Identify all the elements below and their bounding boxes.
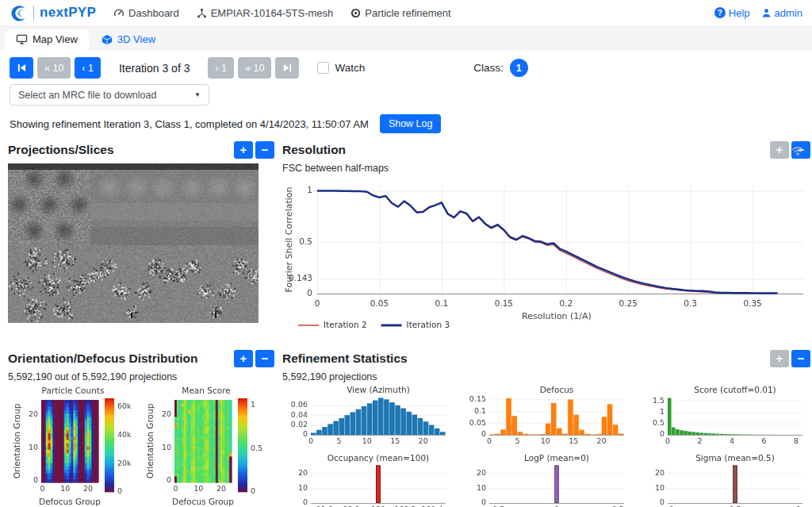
top-navbar: nextPYP Dashboard EMPIAR-10164-5TS-mesh …: [0, 0, 812, 26]
projections-montage-image: [8, 163, 259, 323]
brand-name: nextPYP: [40, 5, 96, 21]
mrc-file-select[interactable]: Select an MRC file to download ▼: [10, 84, 209, 106]
monitor-icon: [16, 34, 28, 44]
last-iteration-button[interactable]: [275, 57, 299, 79]
tab-3d-view[interactable]: 3D View: [90, 29, 167, 51]
class-label: Class:: [473, 62, 504, 74]
status-row: Showing refinement Iteration 3, Class 1,…: [0, 107, 812, 137]
first-iteration-button[interactable]: [10, 57, 33, 79]
help-icon: ?: [714, 7, 726, 18]
distribution-zoom-in-button[interactable]: +: [234, 350, 253, 367]
watch-label: Watch: [335, 62, 365, 74]
projections-panel: Projections/Slices + −: [8, 140, 274, 337]
defocus-histogram: [461, 386, 629, 451]
watch-checkbox[interactable]: [317, 62, 329, 74]
logp-histogram: [461, 454, 629, 507]
nav-dashboard[interactable]: Dashboard: [113, 7, 179, 19]
user-menu[interactable]: admin: [761, 7, 802, 19]
statistics-panel: Refinement Statistics + − 5,592,190 proj…: [282, 348, 810, 507]
mrc-select-row: Select an MRC file to download ▼: [0, 83, 812, 107]
distribution-title: Orientation/Defocus Distribution: [8, 351, 197, 366]
iteration-controls: « 10 ‹ 1 Iteration 3 of 3 › 1 » 10 Watch…: [0, 51, 812, 83]
projections-zoom-in-button[interactable]: +: [234, 141, 253, 159]
back-1-button[interactable]: ‹ 1: [75, 57, 101, 79]
block-icon: [350, 8, 361, 18]
sigma-histogram: [639, 454, 807, 507]
watch-control: Watch: [317, 62, 365, 74]
wifi-icon: [791, 146, 804, 156]
breadcrumb-nav: Dashboard EMPIAR-10164-5TS-mesh Particle…: [113, 7, 451, 19]
chevron-down-icon: ▼: [194, 91, 201, 98]
resolution-zoom-in-button[interactable]: +: [770, 141, 789, 159]
fsc-chart: [282, 175, 810, 337]
fsc-subtitle: FSC between half-maps: [282, 163, 810, 174]
cube-icon: [102, 34, 113, 45]
mean-score-heatmap: [144, 386, 268, 507]
nav-project[interactable]: EMPIAR-10164-5TS-mesh: [197, 7, 334, 19]
brand[interactable]: nextPYP: [10, 4, 96, 22]
resolution-panel: Resolution + − FSC between half-maps: [282, 140, 810, 337]
score-histogram: [639, 386, 807, 451]
skip-start-icon: [17, 63, 26, 72]
status-text: Showing refinement Iteration 3, Class 1,…: [10, 118, 369, 130]
nav-particle-refinement[interactable]: Particle refinement: [350, 7, 450, 19]
statistics-zoom-in-button[interactable]: +: [770, 350, 789, 367]
show-log-button[interactable]: Show Log: [380, 114, 442, 133]
distribution-subtitle: 5,592,190 out of 5,592,190 projections: [8, 371, 274, 382]
skip-end-icon: [283, 63, 292, 72]
forward-1-button[interactable]: › 1: [208, 57, 234, 79]
navbar-right: ? Help admin: [714, 7, 802, 19]
statistics-zoom-out-button[interactable]: −: [791, 350, 810, 367]
statistics-subtitle: 5,592,190 projections: [282, 371, 810, 382]
user-icon: [761, 8, 772, 18]
dashboard-icon: [113, 7, 124, 18]
help-link[interactable]: ? Help: [714, 7, 750, 19]
histogram-grid: [282, 386, 810, 507]
forward-10-button[interactable]: » 10: [238, 57, 271, 79]
nextpyp-logo-icon: [10, 4, 28, 22]
iteration-label: Iteration 3 of 3: [119, 62, 190, 75]
statistics-title: Refinement Statistics: [282, 351, 408, 366]
class-1-badge[interactable]: 1: [510, 59, 528, 77]
tab-map-view[interactable]: Map View: [5, 29, 89, 51]
project-icon: [197, 8, 207, 18]
main-grid: Projections/Slices + − Resolution + − FS…: [0, 137, 812, 507]
class-selector: Class: 1: [473, 59, 528, 77]
brand-divider: [33, 6, 34, 21]
back-10-button[interactable]: « 10: [37, 57, 71, 79]
view-tabs: Map View 3D View: [0, 26, 812, 51]
resolution-title: Resolution: [282, 143, 346, 157]
projections-title: Projections/Slices: [8, 143, 114, 157]
distribution-zoom-out-button[interactable]: −: [255, 350, 274, 367]
occupancy-histogram: [282, 454, 450, 507]
projections-zoom-out-button[interactable]: −: [255, 141, 274, 159]
particle-counts-heatmap: [11, 386, 135, 507]
view-azimuth-histogram: [282, 386, 450, 451]
distribution-panel: Orientation/Defocus Distribution + − 5,5…: [8, 348, 274, 507]
